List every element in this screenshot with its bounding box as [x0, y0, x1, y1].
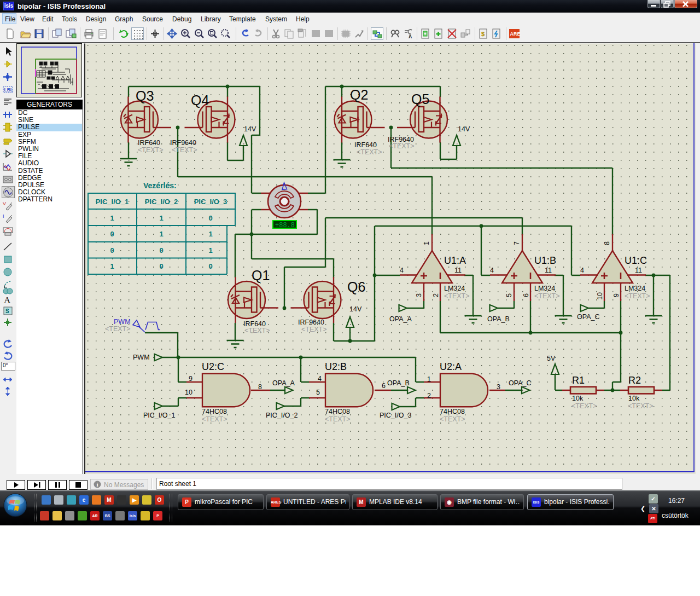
svg-text:4: 4	[400, 267, 404, 274]
svg-text:Q6: Q6	[347, 279, 365, 294]
svg-text:6: 6	[382, 382, 386, 390]
svg-text:U1:A: U1:A	[444, 255, 466, 266]
svg-text:<TEXT>: <TEXT>	[105, 325, 131, 333]
svg-text:<TEXT>: <TEXT>	[534, 292, 560, 300]
svg-text:PWM: PWM	[114, 318, 131, 326]
svg-text:Q5: Q5	[411, 91, 429, 107]
svg-text:11: 11	[635, 267, 642, 274]
svg-text:<TEXT>: <TEXT>	[571, 402, 597, 410]
svg-text:10: 10	[185, 389, 192, 396]
svg-text:14V: 14V	[349, 305, 362, 313]
svg-text:74HC08: 74HC08	[440, 408, 465, 415]
svg-text:<TEXT>: <TEXT>	[301, 326, 327, 333]
svg-text:10k: 10k	[572, 395, 584, 402]
svg-text:PIC_I/O_1: PIC_I/O_1	[143, 412, 175, 419]
svg-text:i: i	[96, 481, 98, 488]
svg-text:9: 9	[189, 375, 192, 383]
svg-text:Q2: Q2	[350, 87, 368, 102]
svg-text:2: 2	[432, 293, 440, 297]
svg-text:1: 1	[208, 230, 212, 238]
svg-text:U2:C: U2:C	[202, 361, 224, 372]
svg-text:PIC_I/O_3: PIC_I/O_3	[194, 198, 228, 206]
svg-text:<TEXT>: <TEXT>	[357, 148, 382, 156]
svg-text:<TEXT>: <TEXT>	[440, 415, 465, 423]
svg-text:0: 0	[110, 246, 114, 254]
svg-text:A: A	[4, 295, 11, 305]
svg-text:$: $	[481, 31, 485, 37]
svg-text:1: 1	[159, 230, 163, 238]
svg-text:11: 11	[454, 267, 462, 274]
svg-text:4: 4	[490, 267, 494, 274]
svg-text:0: 0	[208, 214, 212, 222]
svg-text:74HC08: 74HC08	[325, 408, 350, 415]
svg-text:A: A	[409, 34, 412, 39]
svg-text:U2:B: U2:B	[325, 361, 347, 372]
svg-text:R1: R1	[572, 375, 585, 386]
svg-text:10: 10	[596, 292, 604, 300]
svg-text:4: 4	[580, 267, 584, 274]
svg-text:74HC08: 74HC08	[202, 408, 227, 415]
svg-text:PWM: PWM	[133, 354, 150, 361]
svg-text:1: 1	[159, 214, 163, 222]
svg-text:14V: 14V	[458, 125, 470, 133]
svg-text:U1:B: U1:B	[534, 255, 556, 266]
svg-text:<TEXT>: <TEXT>	[138, 146, 164, 154]
svg-text:Q1: Q1	[252, 268, 270, 283]
svg-text:10k: 10k	[628, 395, 640, 402]
svg-text:0: 0	[159, 262, 163, 270]
svg-text:<TEXT>: <TEXT>	[625, 292, 650, 300]
svg-text:OPA_A: OPA_A	[389, 315, 412, 323]
svg-text:+88.8: +88.8	[275, 222, 295, 229]
svg-text:U1:C: U1:C	[625, 255, 647, 266]
svg-text:3: 3	[497, 383, 500, 391]
svg-text:OPA_C: OPA_C	[577, 313, 599, 321]
svg-text:I: I	[3, 213, 4, 219]
svg-text:5V: 5V	[547, 355, 556, 362]
svg-text:3: 3	[415, 293, 423, 297]
svg-text:<TEXT>: <TEXT>	[325, 415, 351, 423]
svg-text:IRF640: IRF640	[138, 139, 160, 147]
svg-text:LBL: LBL	[4, 87, 14, 92]
svg-text:IRF9640: IRF9640	[298, 319, 324, 326]
svg-text:Vezérlés:: Vezérlés:	[143, 181, 177, 190]
svg-text:8: 8	[603, 241, 611, 245]
svg-text:4: 4	[318, 375, 322, 383]
svg-text:6: 6	[522, 293, 530, 297]
svg-text:11: 11	[545, 267, 552, 274]
svg-text:LM324: LM324	[625, 285, 645, 292]
svg-text:0: 0	[110, 230, 114, 238]
svg-text:IRF9640: IRF9640	[170, 139, 196, 147]
svg-text:OPA_C: OPA_C	[509, 379, 531, 387]
svg-text:1: 1	[110, 214, 114, 222]
svg-text:<TEXT>: <TEXT>	[202, 415, 228, 423]
svg-text:ARES: ARES	[510, 31, 521, 37]
svg-text:14V: 14V	[244, 125, 256, 133]
svg-text:V: V	[3, 201, 6, 206]
svg-text:PIC_I/O_1: PIC_I/O_1	[96, 198, 129, 206]
svg-text:LM324: LM324	[534, 285, 555, 292]
svg-text:Q3: Q3	[136, 88, 154, 103]
svg-text:LM324: LM324	[444, 285, 465, 292]
svg-text:PIC_I/O_2: PIC_I/O_2	[145, 198, 178, 206]
svg-text:PIC_I/O_3: PIC_I/O_3	[380, 412, 411, 419]
svg-text:1: 1	[208, 246, 212, 254]
svg-text:OPA_B: OPA_B	[487, 315, 510, 323]
svg-text:7: 7	[513, 241, 521, 245]
svg-text:<TEXT>: <TEXT>	[628, 402, 654, 410]
svg-text:<TEXT>: <TEXT>	[389, 142, 415, 150]
svg-text:S: S	[5, 308, 9, 314]
svg-text:<TEXT>: <TEXT>	[172, 146, 197, 154]
svg-text:9: 9	[612, 293, 620, 297]
svg-text:0: 0	[159, 246, 163, 254]
svg-text:PIC_I/O_2: PIC_I/O_2	[266, 412, 298, 419]
svg-text:IRF640: IRF640	[354, 141, 377, 149]
svg-text:0: 0	[208, 262, 212, 270]
svg-text:8: 8	[258, 383, 262, 391]
svg-text:Q4: Q4	[191, 92, 209, 108]
svg-text:OPA_B: OPA_B	[387, 379, 410, 387]
svg-text:U2:A: U2:A	[440, 361, 462, 372]
svg-text:OPA_A: OPA_A	[272, 379, 295, 387]
svg-text:<TEXT>: <TEXT>	[444, 292, 470, 300]
svg-text:1: 1	[427, 375, 431, 383]
svg-text:<TEXT>: <TEXT>	[244, 327, 270, 334]
